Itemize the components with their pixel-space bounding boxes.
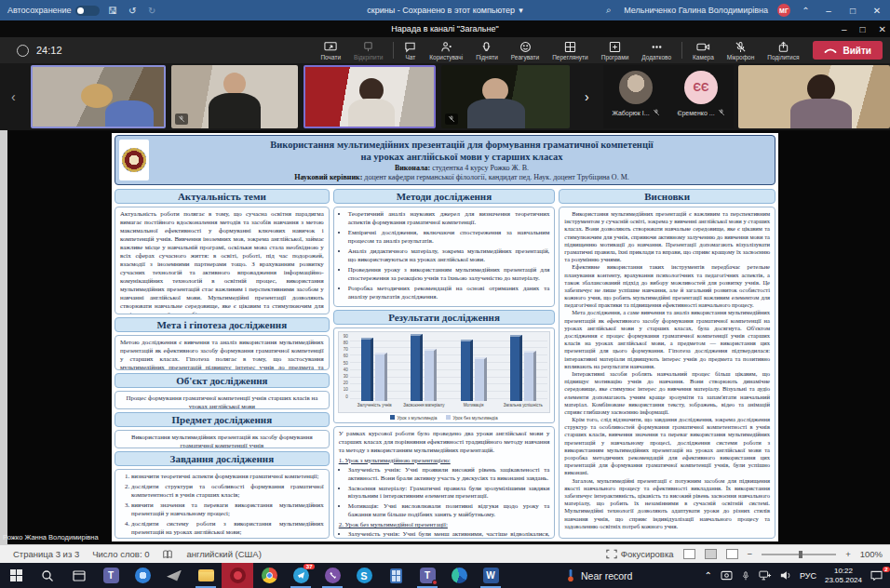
taskbar-word-icon[interactable]: W xyxy=(475,563,506,588)
ribbon-options-icon[interactable]: ⌃ xyxy=(800,5,812,17)
teams-close-button[interactable]: ✕ xyxy=(879,24,886,34)
autosave-toggle[interactable]: Автосохранение xyxy=(7,6,100,16)
taskbar-explorer-icon[interactable] xyxy=(190,563,222,588)
taskbar-skype-icon[interactable]: S xyxy=(348,563,380,588)
language-switcher[interactable]: РУС xyxy=(800,571,816,581)
video-tile-1[interactable] xyxy=(31,65,166,128)
scroll-left-chevron-icon[interactable]: ‹ xyxy=(11,89,16,104)
taskbar-calculator-icon[interactable] xyxy=(380,563,411,588)
more-label: Додатково xyxy=(641,54,671,60)
taskbar-telegram-icon[interactable]: 37 xyxy=(285,563,317,588)
grid-view-icon xyxy=(564,41,576,53)
apps-plus-icon xyxy=(609,41,621,53)
thermometer-icon xyxy=(566,568,575,582)
author-value: студентка 4 курсу Рожко Ж. В. xyxy=(430,164,529,172)
teams-maximize-button[interactable]: □ xyxy=(860,24,866,34)
redo-button[interactable]: ↻ xyxy=(146,5,158,17)
taskbar-gray-app-icon[interactable] xyxy=(158,563,190,588)
video-strip: ‹ › Жаборюк І... ЄЄ Є xyxy=(0,63,890,130)
video-tile-2[interactable] xyxy=(171,65,298,128)
conclusion-paragraph: Ефективне використання таких інструменті… xyxy=(564,263,770,309)
mic-muted-overlay-icon xyxy=(445,114,458,125)
poster-header: Використання мультимедійних презентацій … xyxy=(115,135,775,185)
y-tick-label: 80 xyxy=(344,341,348,345)
taskbar-teams2-icon[interactable]: T xyxy=(411,563,443,588)
video-tile-5[interactable] xyxy=(738,65,890,128)
taskbar-viber-icon[interactable] xyxy=(317,563,348,588)
start-presenting-button[interactable]: Почати xyxy=(314,37,347,63)
participant-name: Єременко ... xyxy=(677,110,714,116)
view-button[interactable]: Переглянути xyxy=(546,37,595,63)
start-button[interactable] xyxy=(0,563,32,588)
zoom-level[interactable]: 100% xyxy=(860,549,883,559)
screen-share-stage: Використання мультимедійних презентацій … xyxy=(0,130,890,544)
weather-widget[interactable]: Near record xyxy=(566,568,632,582)
proofing-icon[interactable] xyxy=(162,549,173,560)
chart-category-label: Мотивація xyxy=(464,401,484,410)
web-layout-button[interactable] xyxy=(726,549,738,559)
teams-minimize-button[interactable]: – xyxy=(842,24,847,34)
supervisor-value: доцент кафедри германської філології, ка… xyxy=(362,173,628,181)
save-button[interactable]: 🖫 xyxy=(107,5,119,17)
taskbar-teams-icon[interactable]: T xyxy=(95,563,127,588)
undo-button[interactable]: ↺ xyxy=(127,5,139,17)
focus-mode-button[interactable]: Фокусировка xyxy=(606,549,674,559)
word-maximize-button[interactable]: □ xyxy=(845,6,860,16)
tray-teams-icon[interactable] xyxy=(721,570,733,581)
word-count[interactable]: Число слов: 0 xyxy=(92,549,149,559)
unpin-button[interactable]: Відкріпити xyxy=(347,37,389,63)
conclusion-paragraph: Мета дослідження, а саме вивчення та ана… xyxy=(564,309,770,370)
zoom-out-button[interactable]: − xyxy=(748,549,753,559)
taskbar-blue-app-icon[interactable] xyxy=(127,563,158,588)
more-button[interactable]: Додатково xyxy=(635,37,678,63)
tray-expand-chevron-icon[interactable]: ⌃ xyxy=(705,570,712,581)
zoom-slider-thumb[interactable] xyxy=(799,551,802,558)
meeting-info-icon[interactable] xyxy=(17,45,29,57)
print-layout-button[interactable] xyxy=(705,549,717,559)
y-tick-label: 40 xyxy=(344,368,348,372)
word-minimize-button[interactable]: – xyxy=(821,6,836,16)
tray-network-icon[interactable] xyxy=(759,570,772,581)
task-item: дослідити систему роботи з використання … xyxy=(131,520,324,537)
participants-button[interactable]: Користувачі xyxy=(423,37,469,63)
video-tile-3[interactable] xyxy=(303,65,436,128)
taskbar-search-button[interactable] xyxy=(32,563,63,588)
document-title[interactable]: скрины - Сохранено в этот компьютер▾ xyxy=(367,0,522,20)
results-item: Мотивація: Учні висловлювали позитивні в… xyxy=(348,502,550,519)
apps-button[interactable]: Програми xyxy=(595,37,636,63)
share-button[interactable]: Поділитися xyxy=(761,37,805,63)
phone-down-icon xyxy=(824,47,837,55)
clock[interactable]: 10:22 23.05.2024 xyxy=(825,567,862,585)
taskbar-edge-icon[interactable] xyxy=(443,563,475,588)
camera-button[interactable]: Камера xyxy=(686,37,721,63)
raise-hand-button[interactable]: Підняти xyxy=(469,37,505,63)
scroll-right-chevron-icon[interactable]: › xyxy=(585,89,589,104)
microphone-button[interactable]: Мікрофон xyxy=(721,37,762,63)
avatar-participants-panel: Жаборюк І... ЄЄ Єременко ... xyxy=(603,65,734,128)
avatar[interactable]: МГ xyxy=(777,4,790,17)
share-label: Поділитися xyxy=(767,54,799,60)
mic-muted-icon xyxy=(653,109,660,116)
participant-avatar-cell[interactable]: Жаборюк І... xyxy=(612,71,659,116)
participant-avatar-cell[interactable]: ЄЄ Єременко ... xyxy=(677,71,724,116)
taskbar-opera-icon[interactable] xyxy=(222,563,253,588)
zoom-slider[interactable] xyxy=(762,554,836,555)
read-mode-button[interactable] xyxy=(683,549,695,559)
chart-bar xyxy=(425,349,437,401)
y-tick-label: 20 xyxy=(344,381,348,385)
leave-button[interactable]: Вийти xyxy=(813,41,883,60)
zoom-in-button[interactable]: + xyxy=(845,549,851,559)
chat-button[interactable]: Чат xyxy=(398,37,423,63)
word-close-button[interactable]: ✕ xyxy=(870,6,884,16)
chart-legend-item: Урок без мультимедіа xyxy=(446,415,497,421)
page-indicator[interactable]: Страница 3 из 3 xyxy=(13,549,79,559)
language-indicator[interactable]: английский (США) xyxy=(186,549,261,559)
tray-mic-icon[interactable] xyxy=(741,570,750,581)
taskbar-chrome-icon[interactable] xyxy=(253,563,285,588)
task-view-button[interactable] xyxy=(63,563,95,588)
react-button[interactable]: Реагувати xyxy=(505,37,546,63)
notification-center-button[interactable]: 2 xyxy=(870,570,886,581)
search-icon[interactable]: ⌕ xyxy=(602,5,614,17)
video-tile-4[interactable] xyxy=(441,65,570,128)
tray-speaker-icon[interactable] xyxy=(780,570,791,581)
